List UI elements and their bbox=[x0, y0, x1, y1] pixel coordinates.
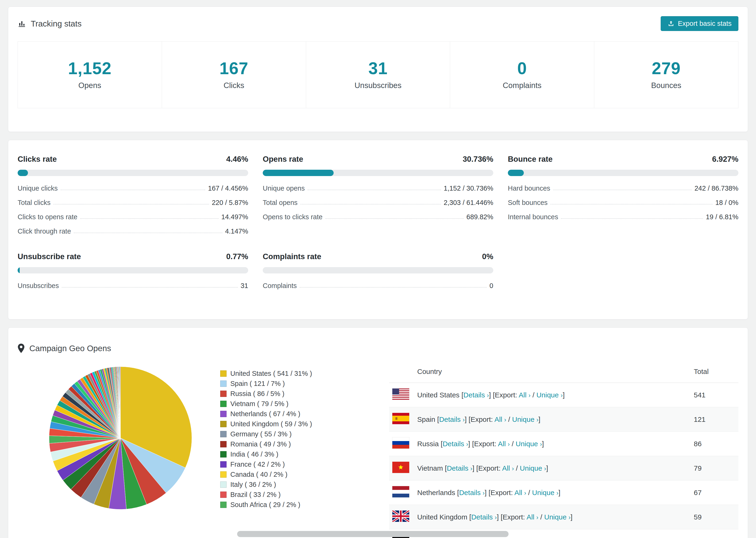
details-link[interactable]: Details › bbox=[463, 391, 489, 399]
metric-label: Unsubscribes bbox=[18, 282, 59, 290]
legend-item: Russia ( 86 / 5% ) bbox=[220, 389, 389, 399]
table-row-vietnam: Vietnam [Details ›] [Export: All › / Uni… bbox=[389, 456, 738, 480]
metric-label: Hard bounces bbox=[508, 185, 550, 192]
metric-value: 689.82% bbox=[466, 213, 494, 221]
export-button-label: Export basic stats bbox=[678, 20, 731, 27]
country-total: 79 bbox=[694, 456, 738, 480]
geo-pie-chart bbox=[48, 365, 193, 511]
legend-swatch bbox=[220, 471, 227, 478]
country-total: 121 bbox=[694, 407, 738, 432]
export-all-link[interactable]: All › bbox=[527, 513, 538, 521]
tracking-stats-title-text: Tracking stats bbox=[31, 19, 82, 28]
export-unique-link[interactable]: Unique › bbox=[515, 440, 542, 448]
export-unique-link[interactable]: Unique › bbox=[520, 464, 546, 472]
rate-progress-bar bbox=[18, 170, 248, 176]
chevron-right-icon: › bbox=[524, 489, 526, 497]
slash-separator: / bbox=[510, 440, 515, 448]
bracket: ] bbox=[538, 415, 540, 423]
bracket: ] bbox=[563, 391, 565, 399]
flag-cell bbox=[389, 383, 417, 407]
legend-swatch bbox=[220, 411, 227, 417]
export-all-link[interactable]: All › bbox=[498, 440, 510, 448]
legend-label: Russia ( 86 / 5% ) bbox=[230, 390, 284, 398]
metric-row: Total opens2,303 / 61.446% bbox=[263, 195, 493, 210]
export-unique-link[interactable]: Unique › bbox=[536, 391, 563, 399]
chevron-right-icon: › bbox=[528, 392, 531, 399]
dashboard-page: Tracking stats Export basic stats 1,152O… bbox=[0, 0, 756, 538]
rate-value: 4.46% bbox=[226, 155, 248, 164]
details-link[interactable]: Details › bbox=[447, 464, 472, 472]
rate-head: Complaints rate0% bbox=[263, 252, 493, 261]
country-name: United Kingdom bbox=[417, 513, 467, 521]
export-unique-link[interactable]: Unique › bbox=[544, 513, 570, 521]
horizontal-scrollbar-thumb[interactable] bbox=[237, 531, 509, 537]
chevron-right-icon: › bbox=[544, 465, 546, 472]
legend-label: France ( 42 / 2% ) bbox=[230, 460, 285, 468]
metric-label: Unique clicks bbox=[18, 185, 58, 192]
legend-swatch bbox=[220, 502, 227, 508]
export-unique-link[interactable]: Unique › bbox=[532, 489, 558, 497]
rate-progress-fill bbox=[18, 267, 20, 273]
geo-table-header-total: Total bbox=[694, 366, 738, 383]
metric-label: Complaints bbox=[263, 282, 297, 290]
rate-progress-bar bbox=[18, 267, 248, 273]
bracket: ] bbox=[468, 440, 470, 448]
metric-value: 2,303 / 61.446% bbox=[444, 199, 493, 207]
metric-row: Soft bounces18 / 0% bbox=[508, 195, 738, 210]
country-cell: Russia [Details ›] [Export: All › / Uniq… bbox=[417, 432, 694, 456]
details-link[interactable]: Details › bbox=[471, 513, 497, 521]
flag-cell bbox=[389, 505, 417, 529]
bracket: [ bbox=[461, 391, 463, 399]
legend-swatch bbox=[220, 451, 227, 457]
export-basic-stats-button[interactable]: Export basic stats bbox=[661, 16, 738, 31]
rate-value: 0.77% bbox=[226, 252, 248, 261]
rate-section-unsubscribe-rate: Unsubscribe rate0.77%Unsubscribes31 bbox=[18, 252, 248, 293]
geo-opens-card: Campaign Geo Opens United States ( 541 /… bbox=[8, 327, 748, 538]
legend-label: Romania ( 49 / 3% ) bbox=[230, 440, 291, 448]
metric-value: 18 / 0% bbox=[715, 199, 738, 207]
export-all-link[interactable]: All › bbox=[495, 415, 506, 423]
rate-rows: Unsubscribes31 bbox=[18, 279, 248, 293]
export-all-link[interactable]: All › bbox=[514, 489, 526, 497]
bracket: ] bbox=[546, 464, 548, 472]
details-link[interactable]: Details › bbox=[459, 489, 485, 497]
dotted-leader bbox=[550, 204, 712, 204]
legend-label: United States ( 541 / 31% ) bbox=[230, 370, 312, 377]
bar-chart-icon bbox=[18, 20, 26, 28]
legend-label: Vietnam ( 79 / 5% ) bbox=[230, 400, 289, 408]
legend-label: Germany ( 55 / 3% ) bbox=[230, 430, 292, 438]
country-name: United States bbox=[417, 391, 459, 399]
export-unique-link[interactable]: Unique › bbox=[512, 415, 538, 423]
stat-box-complaints: 0Complaints bbox=[450, 41, 594, 108]
rate-value: 0% bbox=[482, 252, 493, 261]
rate-title: Complaints rate bbox=[263, 252, 321, 261]
country-total: 541 bbox=[694, 383, 738, 407]
table-row-netherlands: Netherlands [Details ›] [Export: All › /… bbox=[389, 480, 738, 505]
stat-box-clicks: 167Clicks bbox=[162, 41, 306, 108]
export-label: [Export: bbox=[489, 489, 513, 497]
slash-separator: / bbox=[506, 415, 512, 423]
bracket: ] bbox=[497, 513, 499, 521]
stat-value: 0 bbox=[517, 60, 527, 77]
rate-title: Opens rate bbox=[263, 155, 303, 164]
legend-item: India ( 46 / 3% ) bbox=[220, 449, 389, 459]
export-all-link[interactable]: All › bbox=[519, 391, 530, 399]
metric-value: 19 / 6.81% bbox=[706, 213, 738, 221]
export-label: [Export: bbox=[472, 440, 496, 448]
metric-value: 31 bbox=[241, 282, 248, 290]
rate-value: 6.927% bbox=[712, 155, 738, 164]
dotted-leader bbox=[299, 287, 487, 288]
export-all-link[interactable]: All › bbox=[502, 464, 514, 472]
metric-value: 0 bbox=[490, 282, 493, 290]
details-link[interactable]: Details › bbox=[439, 415, 465, 423]
legend-swatch bbox=[220, 461, 227, 467]
legend-item: United Kingdom ( 59 / 3% ) bbox=[220, 419, 389, 429]
country-total: 86 bbox=[694, 432, 738, 456]
legend-label: India ( 46 / 3% ) bbox=[230, 451, 279, 458]
geo-table-header-flag bbox=[389, 366, 417, 383]
dotted-leader bbox=[53, 204, 209, 204]
dotted-leader bbox=[325, 218, 464, 219]
details-link[interactable]: Details › bbox=[443, 440, 468, 448]
flag-cell bbox=[389, 407, 417, 432]
export-icon bbox=[668, 20, 675, 27]
